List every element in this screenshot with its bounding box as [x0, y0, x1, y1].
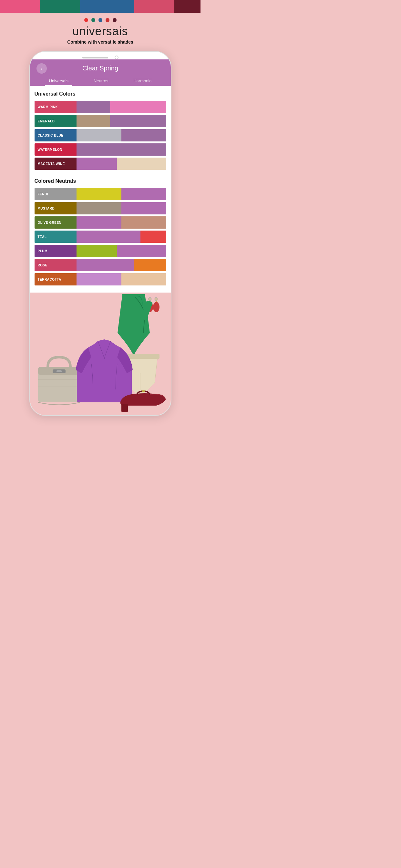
color-seg-mustard-2: [76, 202, 121, 214]
svg-rect-15: [142, 391, 145, 392]
tagline: Combine with versatile shades: [67, 39, 133, 44]
color-seg-watermelon-2: [76, 144, 166, 156]
color-seg-emerald-2: [76, 115, 110, 127]
color-row-teal[interactable]: TEAL: [35, 230, 166, 243]
top-color-strip: [0, 0, 201, 13]
color-seg-terracotta-2: [76, 273, 121, 285]
strip-red: [134, 0, 174, 13]
dot-burgundy: [113, 18, 117, 22]
color-seg-mustard-3: [121, 202, 166, 214]
universal-colors-title: Universal Colors: [35, 91, 166, 97]
color-row-magenta-wine[interactable]: MAGENTA WINE: [35, 158, 166, 170]
color-seg-classic-blue-2: [76, 129, 121, 142]
color-row-classic-blue[interactable]: CLASSIC BLUE: [35, 129, 166, 142]
color-label-mustard: MUSTARD: [35, 202, 76, 214]
phone-camera: [115, 56, 119, 59]
color-label-fendi: FENDI: [35, 188, 76, 200]
header: universais Combine with versatile shades: [0, 13, 201, 48]
color-seg-plum-3: [117, 245, 166, 257]
color-label-magenta-wine: MAGENTA WINE: [35, 158, 76, 170]
color-seg-magenta-wine-2: [76, 158, 117, 170]
dot-blue: [98, 18, 102, 22]
color-label-emerald: EMERALD: [35, 115, 76, 127]
color-seg-olive-2: [76, 216, 121, 228]
color-label-terracotta: TERRACOTTA: [35, 273, 76, 285]
fashion-area: [30, 292, 171, 415]
color-seg-fendi-2: [76, 188, 121, 200]
color-row-plum[interactable]: PLUM: [35, 245, 166, 257]
app-content: Universal Colors WARM PINK EMERALD CLASS…: [30, 86, 171, 292]
phone-top-bar: [30, 52, 171, 59]
color-seg-warm-pink-3: [110, 101, 166, 113]
color-seg-magenta-wine-3: [117, 158, 166, 170]
svg-point-2: [155, 298, 158, 301]
app-tabs: Universais Neutros Harmonia: [36, 76, 164, 86]
color-seg-rose-3: [134, 259, 166, 271]
tab-neutros[interactable]: Neutros: [90, 76, 112, 86]
phone-frame: ‹ Clear Spring Universais Neutros Harmon…: [29, 51, 172, 416]
color-seg-terracotta-3: [121, 273, 166, 285]
color-seg-warm-pink-2: [76, 101, 110, 113]
color-label-rose: ROSE: [35, 259, 76, 271]
dot-red: [84, 18, 88, 22]
color-seg-classic-blue-3: [121, 129, 166, 142]
logo: universais: [72, 25, 128, 38]
color-row-rose[interactable]: ROSE: [35, 259, 166, 271]
app-title: Clear Spring: [82, 65, 118, 72]
color-seg-fendi-3: [121, 188, 166, 200]
dot-crimson: [105, 18, 110, 22]
strip-blue: [80, 0, 134, 13]
color-seg-olive-3: [121, 216, 166, 228]
app-nav: ‹ Clear Spring: [36, 65, 164, 76]
color-seg-plum-2: [76, 245, 117, 257]
color-dots: [84, 18, 117, 22]
color-label-classic-blue: CLASSIC BLUE: [35, 129, 76, 142]
dot-green: [91, 18, 95, 22]
color-label-teal: TEAL: [35, 230, 76, 243]
app-header: ‹ Clear Spring Universais Neutros Harmon…: [30, 59, 171, 86]
color-row-terracotta[interactable]: TERRACOTTA: [35, 273, 166, 285]
color-label-warm-pink: WARM PINK: [35, 101, 76, 113]
color-label-olive-green: OLIVE GREEN: [35, 216, 76, 228]
red-shoes-icon: [118, 388, 169, 414]
strip-pink: [0, 0, 40, 13]
color-seg-rose-2: [76, 259, 134, 271]
tab-harmonia[interactable]: Harmonia: [129, 76, 155, 86]
color-row-emerald[interactable]: EMERALD: [35, 115, 166, 127]
svg-rect-14: [121, 404, 128, 412]
phone-notch: [82, 57, 108, 58]
strip-teal: [40, 0, 80, 13]
phone-mockup: ‹ Clear Spring Universais Neutros Harmon…: [0, 48, 201, 416]
svg-rect-11: [57, 370, 62, 372]
color-seg-teal-3: [141, 230, 166, 243]
color-row-fendi[interactable]: FENDI: [35, 188, 166, 200]
tab-universais[interactable]: Universais: [45, 76, 72, 86]
color-row-warm-pink[interactable]: WARM PINK: [35, 101, 166, 113]
color-label-watermelon: WATERMELON: [35, 144, 76, 156]
colored-neutrals-title: Colored Neutrals: [35, 178, 166, 184]
color-seg-teal-2: [76, 230, 141, 243]
color-label-plum: PLUM: [35, 245, 76, 257]
strip-burgundy: [174, 0, 201, 13]
back-button[interactable]: ‹: [36, 63, 47, 73]
color-row-olive-green[interactable]: OLIVE GREEN: [35, 216, 166, 228]
color-row-watermelon[interactable]: WATERMELON: [35, 144, 166, 156]
color-row-mustard[interactable]: MUSTARD: [35, 202, 166, 214]
color-seg-emerald-3: [110, 115, 166, 127]
